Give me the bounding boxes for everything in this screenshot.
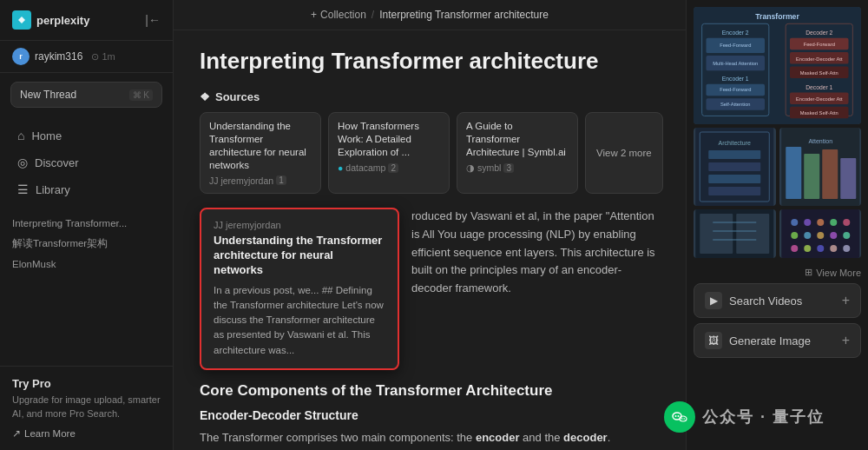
user-time: ⊙ 1m — [91, 51, 115, 63]
svg-point-58 — [804, 245, 811, 252]
svg-point-56 — [843, 232, 850, 239]
sidebar-item-home[interactable]: ⌂ Home — [5, 122, 168, 149]
sources-icon: ❖ — [200, 90, 210, 103]
source-popup-card[interactable]: JJ jeremyjordan Understanding the Transf… — [200, 208, 399, 370]
svg-rect-37 — [804, 154, 819, 199]
sidebar-item-library[interactable]: ☰ Library — [5, 176, 168, 202]
svg-point-47 — [791, 219, 798, 226]
section1-title: Core Components of the Transformer Archi… — [200, 382, 660, 400]
svg-point-51 — [843, 219, 850, 226]
library-section: Interpreting Transformer... 解读Transforme… — [0, 208, 173, 277]
svg-point-52 — [791, 232, 798, 239]
svg-text:Masked Self-Attn: Masked Self-Attn — [800, 70, 838, 76]
source-card-1[interactable]: Understanding the Transformer architectu… — [200, 112, 321, 194]
svg-point-59 — [817, 245, 824, 252]
popup-author: JJ jeremyjordan — [214, 220, 385, 230]
breadcrumb-separator: / — [372, 9, 374, 21]
library-item-3[interactable]: ElonMusk — [0, 255, 173, 274]
collection-plus-icon: + — [311, 9, 317, 21]
svg-point-48 — [804, 219, 811, 226]
section2-text: The Transformer comprises two main compo… — [200, 429, 660, 447]
svg-text:Attention: Attention — [808, 138, 832, 144]
generate-image-button[interactable]: 🖼 Generate Image + — [694, 323, 861, 358]
article-intro: roduced by Vaswani et al, in the paper "… — [411, 208, 660, 298]
source-symbl-icon: ◑ — [466, 162, 475, 173]
svg-text:Transformer: Transformer — [755, 12, 799, 21]
generate-image-plus-icon: + — [842, 333, 850, 348]
source-author-1: JJ jeremyjordan — [209, 175, 273, 186]
main-content: + Collection / Interpreting Transformer … — [174, 0, 686, 450]
generate-image-left: 🖼 Generate Image — [705, 332, 811, 349]
popup-title: Understanding the Transformer architectu… — [214, 234, 385, 278]
search-videos-left: ▶ Search Videos — [705, 292, 802, 309]
svg-rect-33 — [708, 187, 760, 195]
sidebar-toggle-button[interactable]: |← — [145, 13, 161, 27]
user-name: raykim316 — [35, 50, 82, 63]
view-more-images-icon: ⊞ — [805, 267, 812, 278]
svg-text:Self-Attention: Self-Attention — [720, 102, 751, 107]
svg-text:Feed-Forward: Feed-Forward — [720, 43, 751, 48]
logo-area: perplexity — [12, 10, 89, 30]
svg-text:Multi-Head Attention: Multi-Head Attention — [713, 61, 758, 66]
svg-text:Encoder 2: Encoder 2 — [722, 30, 749, 36]
collection-label: Collection — [320, 9, 366, 21]
new-thread-button[interactable]: New Thread ⌘ K — [10, 82, 162, 108]
search-videos-button[interactable]: ▶ Search Videos + — [694, 283, 861, 318]
image-thumb-5[interactable] — [779, 209, 862, 258]
image-row-2: Architecture Attention — [694, 128, 861, 206]
image-grid: Transformer Encoder 2 Feed-Forward Multi… — [687, 0, 868, 265]
search-videos-label: Search Videos — [729, 294, 802, 308]
generate-image-icon: 🖼 — [705, 332, 722, 349]
source-title-1: Understanding the Transformer architectu… — [209, 120, 312, 172]
sources-section: ❖ Sources Understanding the Transformer … — [200, 90, 660, 194]
source-num-2: 2 — [388, 163, 398, 173]
svg-text:Architecture: Architecture — [719, 140, 751, 146]
learn-more-label: Learn More — [24, 428, 76, 439]
search-videos-icon: ▶ — [705, 292, 722, 309]
sidebar-footer: Try Pro Upgrade for image upload, smarte… — [0, 366, 173, 450]
svg-point-61 — [843, 245, 850, 252]
source-meta-1: JJ jeremyjordan 1 — [209, 175, 312, 186]
view-more-images-button[interactable]: ⊞ View More — [687, 265, 868, 283]
svg-rect-39 — [840, 158, 856, 199]
home-icon: ⌂ — [17, 129, 24, 142]
right-panel-actions: ▶ Search Videos + 🖼 Generate Image + — [687, 283, 868, 365]
learn-more-button[interactable]: ↗ Learn More — [12, 427, 161, 440]
library-item-1[interactable]: Interpreting Transformer... — [0, 214, 173, 233]
sidebar-item-discover[interactable]: ◎ Discover — [5, 149, 168, 175]
search-videos-plus-icon: + — [842, 293, 850, 308]
source-dot-2: ● — [338, 162, 343, 173]
library-item-2[interactable]: 解读Transformer架构 — [0, 233, 173, 255]
svg-rect-36 — [786, 147, 801, 199]
svg-text:Decoder 2: Decoder 2 — [806, 30, 832, 36]
svg-rect-32 — [708, 175, 760, 183]
source-title-2: How Transformers Work: A Detailed Explor… — [338, 120, 440, 159]
source-author-2: datacamp — [345, 162, 385, 173]
article-area: Interpreting Transformer architecture ❖ … — [174, 30, 686, 450]
nav-items: ⌂ Home ◎ Discover ☰ Library — [0, 116, 173, 208]
image-thumb-1[interactable]: Transformer Encoder 2 Feed-Forward Multi… — [694, 7, 861, 124]
source-meta-2: ● datacamp 2 — [338, 162, 440, 173]
view-more-button[interactable]: View 2 more — [585, 112, 663, 194]
home-label: Home — [31, 129, 62, 142]
new-thread-label: New Thread — [20, 89, 76, 101]
user-bar: r raykim316 ⊙ 1m — [0, 41, 173, 73]
breadcrumb-collection[interactable]: + Collection — [311, 9, 366, 21]
source-num-1: 1 — [276, 175, 286, 185]
svg-point-60 — [830, 245, 837, 252]
breadcrumb-current: Interpreting Transformer architecture — [379, 9, 549, 21]
image-thumb-2[interactable]: Architecture — [694, 128, 776, 206]
discover-icon: ◎ — [17, 156, 28, 169]
svg-text:Encoder-Decoder Att: Encoder-Decoder Att — [796, 56, 843, 62]
library-label: Library — [36, 183, 70, 196]
try-pro-desc: Upgrade for image upload, smarter AI, an… — [12, 394, 161, 420]
svg-text:Feed-Forward: Feed-Forward — [804, 42, 835, 47]
article-title: Interpreting Transformer architecture — [200, 48, 660, 75]
image-thumb-4[interactable] — [694, 209, 776, 258]
image-thumb-3[interactable]: Attention — [779, 128, 862, 206]
source-card-2[interactable]: How Transformers Work: A Detailed Explor… — [328, 112, 450, 194]
source-card-3[interactable]: A Guide to Transformer Architecture | Sy… — [457, 112, 578, 194]
sidebar-header: perplexity |← — [0, 0, 173, 41]
avatar: r — [12, 48, 30, 65]
svg-point-57 — [791, 245, 798, 252]
